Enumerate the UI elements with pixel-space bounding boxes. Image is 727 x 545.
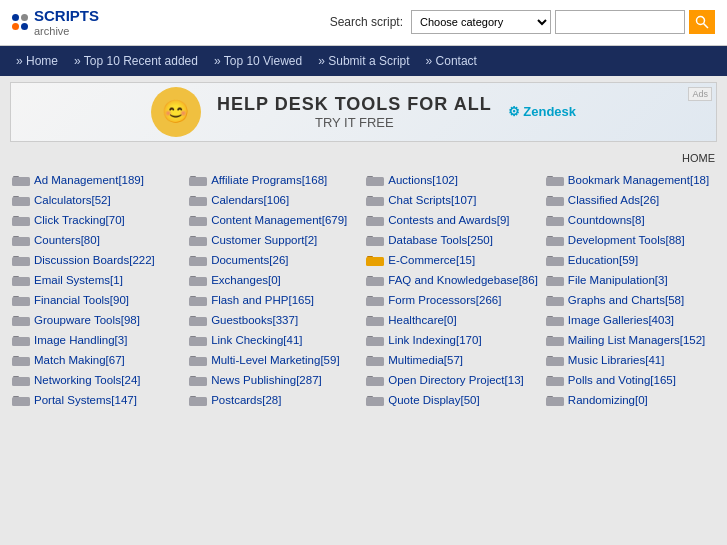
svg-rect-33 — [546, 237, 564, 246]
category-item[interactable]: Match Making[67] — [8, 350, 185, 370]
folder-icon — [189, 333, 207, 347]
categories-section: Ad Management[189] Affiliate Programs[16… — [0, 166, 727, 420]
category-name: Mailing List Managers[152] — [568, 334, 705, 346]
category-item[interactable]: Ad Management[189] — [8, 170, 185, 190]
category-item[interactable]: Email Systems[1] — [8, 270, 185, 290]
category-name: Calculators[52] — [34, 194, 111, 206]
category-item[interactable]: Calculators[52] — [8, 190, 185, 210]
folder-icon — [12, 393, 30, 407]
category-item[interactable]: Multi-Level Marketing[59] — [185, 350, 362, 370]
category-name: Multimedia[57] — [388, 354, 463, 366]
category-item[interactable]: File Manipulation[3] — [542, 270, 719, 290]
category-name: Affiliate Programs[168] — [211, 174, 327, 186]
folder-icon — [12, 173, 30, 187]
folder-icon — [12, 353, 30, 367]
nav-home[interactable]: » Home — [10, 52, 64, 70]
category-name: Postcards[28] — [211, 394, 281, 406]
category-item[interactable]: Auctions[102] — [362, 170, 542, 190]
svg-rect-95 — [366, 397, 384, 406]
category-item[interactable]: Discussion Boards[222] — [8, 250, 185, 270]
category-item[interactable]: Mailing List Managers[152] — [542, 330, 719, 350]
banner-ads-label: Ads — [688, 87, 712, 101]
category-item[interactable]: Quote Display[50] — [362, 390, 542, 410]
category-item[interactable]: Countdowns[8] — [542, 210, 719, 230]
category-item[interactable]: FAQ and Knowledgebase[86] — [362, 270, 542, 290]
folder-icon — [189, 193, 207, 207]
category-name: Groupware Tools[98] — [34, 314, 140, 326]
category-name: Development Tools[88] — [568, 234, 685, 246]
folder-icon — [366, 213, 384, 227]
folder-icon — [12, 373, 30, 387]
logo-archive: archive — [34, 25, 99, 37]
search-button[interactable] — [689, 10, 715, 34]
folder-icon — [12, 313, 30, 327]
category-item[interactable]: Open Directory Project[13] — [362, 370, 542, 390]
search-input[interactable] — [555, 10, 685, 34]
category-name: Portal Systems[147] — [34, 394, 137, 406]
category-item[interactable]: Image Galleries[403] — [542, 310, 719, 330]
category-item[interactable]: Link Checking[41] — [185, 330, 362, 350]
category-name: Polls and Voting[165] — [568, 374, 676, 386]
category-item[interactable]: Bookmark Management[18] — [542, 170, 719, 190]
category-item[interactable]: Graphs and Charts[58] — [542, 290, 719, 310]
svg-rect-91 — [12, 397, 30, 406]
svg-rect-15 — [366, 197, 384, 206]
category-item[interactable]: Database Tools[250] — [362, 230, 542, 250]
folder-icon — [12, 273, 30, 287]
category-item[interactable]: Image Handling[3] — [8, 330, 185, 350]
category-item[interactable]: Multimedia[57] — [362, 350, 542, 370]
zendesk-icon: ⚙ Zendesk — [508, 104, 576, 119]
category-item[interactable]: Healthcare[0] — [362, 310, 542, 330]
category-item[interactable]: E-Commerce[15] — [362, 250, 542, 270]
category-item[interactable]: Click Tracking[70] — [8, 210, 185, 230]
logo-scripts: SCRIPTS — [34, 8, 99, 25]
nav-top10-viewed[interactable]: » Top 10 Viewed — [208, 52, 308, 70]
category-name: Education[59] — [568, 254, 638, 266]
category-item[interactable]: Polls and Voting[165] — [542, 370, 719, 390]
svg-rect-61 — [189, 317, 207, 326]
category-item[interactable]: Calendars[106] — [185, 190, 362, 210]
category-item[interactable]: Chat Scripts[107] — [362, 190, 542, 210]
category-item[interactable]: Music Libraries[41] — [542, 350, 719, 370]
category-item[interactable]: Content Management[679] — [185, 210, 362, 230]
category-name: Customer Support[2] — [211, 234, 317, 246]
category-item[interactable]: Contests and Awards[9] — [362, 210, 542, 230]
category-select[interactable]: Choose category — [411, 10, 551, 34]
folder-icon — [546, 393, 564, 407]
nav-top10-recent[interactable]: » Top 10 Recent added — [68, 52, 204, 70]
category-item[interactable]: Financial Tools[90] — [8, 290, 185, 310]
category-item[interactable]: Groupware Tools[98] — [8, 310, 185, 330]
category-item[interactable]: Counters[80] — [8, 230, 185, 250]
svg-rect-21 — [189, 217, 207, 226]
category-item[interactable]: Development Tools[88] — [542, 230, 719, 250]
banner-brand: ⚙ Zendesk — [508, 104, 576, 119]
svg-rect-39 — [366, 257, 384, 266]
category-item[interactable]: Networking Tools[24] — [8, 370, 185, 390]
category-name: Financial Tools[90] — [34, 294, 129, 306]
category-item[interactable]: Documents[26] — [185, 250, 362, 270]
category-item[interactable]: News Publishing[287] — [185, 370, 362, 390]
category-item[interactable]: Affiliate Programs[168] — [185, 170, 362, 190]
folder-icon — [12, 293, 30, 307]
category-item[interactable]: Form Processors[266] — [362, 290, 542, 310]
category-item[interactable]: Guestbooks[337] — [185, 310, 362, 330]
category-item[interactable]: Flash and PHP[165] — [185, 290, 362, 310]
category-item[interactable]: Portal Systems[147] — [8, 390, 185, 410]
banner[interactable]: Ads 😊 HELP DESK TOOLS FOR ALL TRY IT FRE… — [10, 82, 717, 142]
nav-contact[interactable]: » Contact — [420, 52, 483, 70]
category-name: Ad Management[189] — [34, 174, 144, 186]
nav-submit[interactable]: » Submit a Script — [312, 52, 415, 70]
category-name: Contests and Awards[9] — [388, 214, 509, 226]
category-item[interactable]: Randomizing[0] — [542, 390, 719, 410]
svg-rect-69 — [189, 337, 207, 346]
svg-rect-59 — [12, 317, 30, 326]
category-item[interactable]: Link Indexing[170] — [362, 330, 542, 350]
category-item[interactable]: Postcards[28] — [185, 390, 362, 410]
dot-2 — [21, 14, 28, 21]
category-name: Countdowns[8] — [568, 214, 645, 226]
category-item[interactable]: Education[59] — [542, 250, 719, 270]
category-item[interactable]: Classified Ads[26] — [542, 190, 719, 210]
category-item[interactable]: Customer Support[2] — [185, 230, 362, 250]
folder-icon — [189, 253, 207, 267]
category-item[interactable]: Exchanges[0] — [185, 270, 362, 290]
